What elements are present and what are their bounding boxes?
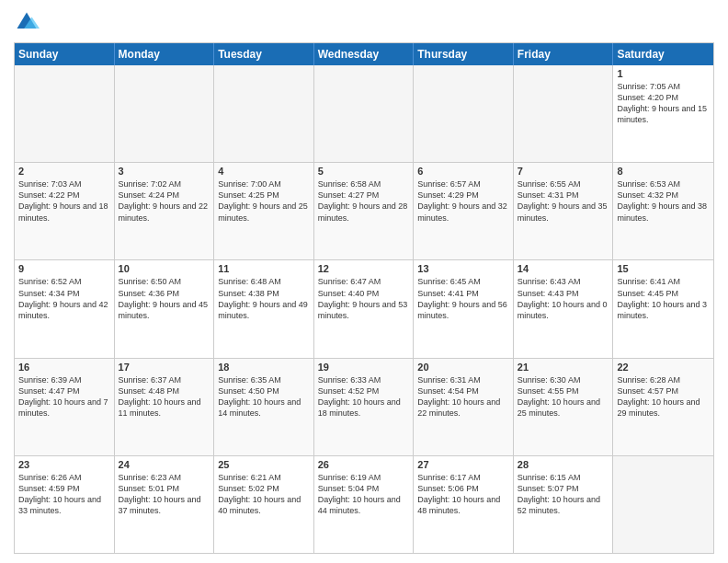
day-info: Sunrise: 6:45 AM Sunset: 4:41 PM Dayligh… xyxy=(417,276,509,321)
day-info: Sunrise: 6:23 AM Sunset: 5:01 PM Dayligh… xyxy=(119,472,210,517)
empty-day-cell xyxy=(613,456,713,553)
day-info: Sunrise: 7:00 AM Sunset: 4:25 PM Dayligh… xyxy=(218,178,310,224)
page: SundayMondayTuesdayWednesdayThursdayFrid… xyxy=(0,0,728,563)
day-info: Sunrise: 6:26 AM Sunset: 4:59 PM Dayligh… xyxy=(18,472,110,517)
day-number: 22 xyxy=(617,362,710,373)
day-cell: 4Sunrise: 7:00 AM Sunset: 4:25 PM Daylig… xyxy=(214,163,314,259)
day-info: Sunrise: 7:03 AM Sunset: 4:22 PM Dayligh… xyxy=(18,178,110,224)
day-cell: 10Sunrise: 6:50 AM Sunset: 4:36 PM Dayli… xyxy=(115,260,215,357)
day-cell: 9Sunrise: 6:52 AM Sunset: 4:34 PM Daylig… xyxy=(15,260,115,357)
day-info: Sunrise: 6:15 AM Sunset: 5:07 PM Dayligh… xyxy=(518,472,609,517)
day-number: 5 xyxy=(318,166,410,177)
day-info: Sunrise: 6:41 AM Sunset: 4:45 PM Dayligh… xyxy=(617,276,710,321)
day-number: 18 xyxy=(218,362,310,373)
week-row: 9Sunrise: 6:52 AM Sunset: 4:34 PM Daylig… xyxy=(15,260,713,358)
day-number: 13 xyxy=(417,263,509,274)
day-cell: 20Sunrise: 6:31 AM Sunset: 4:54 PM Dayli… xyxy=(414,359,514,455)
day-number: 23 xyxy=(18,459,110,470)
empty-day-cell xyxy=(514,65,614,162)
day-cell: 26Sunrise: 6:19 AM Sunset: 5:04 PM Dayli… xyxy=(314,456,415,553)
day-cell: 13Sunrise: 6:45 AM Sunset: 4:41 PM Dayli… xyxy=(414,260,514,357)
day-cell: 6Sunrise: 6:57 AM Sunset: 4:29 PM Daylig… xyxy=(414,163,514,259)
day-info: Sunrise: 6:55 AM Sunset: 4:31 PM Dayligh… xyxy=(518,178,609,224)
day-info: Sunrise: 6:48 AM Sunset: 4:38 PM Dayligh… xyxy=(218,276,310,321)
logo xyxy=(14,9,43,35)
week-row: 1Sunrise: 7:05 AM Sunset: 4:20 PM Daylig… xyxy=(15,65,713,163)
day-number: 3 xyxy=(119,166,210,177)
day-number: 21 xyxy=(518,362,609,373)
day-number: 14 xyxy=(518,263,609,274)
day-cell: 1Sunrise: 7:05 AM Sunset: 4:20 PM Daylig… xyxy=(613,65,713,162)
day-info: Sunrise: 6:33 AM Sunset: 4:52 PM Dayligh… xyxy=(318,374,410,419)
day-info: Sunrise: 6:17 AM Sunset: 5:06 PM Dayligh… xyxy=(417,472,509,517)
weeks: 1Sunrise: 7:05 AM Sunset: 4:20 PM Daylig… xyxy=(15,65,713,553)
day-number: 25 xyxy=(218,459,310,470)
day-cell: 22Sunrise: 6:28 AM Sunset: 4:57 PM Dayli… xyxy=(613,359,713,455)
day-cell: 8Sunrise: 6:53 AM Sunset: 4:32 PM Daylig… xyxy=(613,163,713,259)
week-row: 16Sunrise: 6:39 AM Sunset: 4:47 PM Dayli… xyxy=(15,359,713,456)
day-number: 16 xyxy=(18,362,110,373)
day-info: Sunrise: 6:53 AM Sunset: 4:32 PM Dayligh… xyxy=(617,178,710,224)
day-number: 11 xyxy=(218,263,310,274)
day-info: Sunrise: 6:57 AM Sunset: 4:29 PM Dayligh… xyxy=(417,178,509,224)
day-cell: 7Sunrise: 6:55 AM Sunset: 4:31 PM Daylig… xyxy=(514,163,614,259)
day-cell: 3Sunrise: 7:02 AM Sunset: 4:24 PM Daylig… xyxy=(115,163,215,259)
day-info: Sunrise: 6:30 AM Sunset: 4:55 PM Dayligh… xyxy=(518,374,609,419)
day-info: Sunrise: 6:21 AM Sunset: 5:02 PM Dayligh… xyxy=(218,472,310,517)
day-header: Thursday xyxy=(414,43,514,65)
day-number: 15 xyxy=(617,263,710,274)
header xyxy=(14,9,714,35)
day-number: 7 xyxy=(518,166,609,177)
day-cell: 28Sunrise: 6:15 AM Sunset: 5:07 PM Dayli… xyxy=(514,456,614,553)
day-number: 19 xyxy=(318,362,410,373)
day-number: 26 xyxy=(318,459,410,470)
day-number: 24 xyxy=(119,459,210,470)
day-info: Sunrise: 6:19 AM Sunset: 5:04 PM Dayligh… xyxy=(318,472,410,517)
empty-day-cell xyxy=(414,65,514,162)
day-cell: 17Sunrise: 6:37 AM Sunset: 4:48 PM Dayli… xyxy=(115,359,215,455)
day-number: 6 xyxy=(417,166,509,177)
day-cell: 14Sunrise: 6:43 AM Sunset: 4:43 PM Dayli… xyxy=(514,260,614,357)
day-cell: 19Sunrise: 6:33 AM Sunset: 4:52 PM Dayli… xyxy=(314,359,415,455)
empty-day-cell xyxy=(214,65,314,162)
day-number: 10 xyxy=(119,263,210,274)
day-cell: 25Sunrise: 6:21 AM Sunset: 5:02 PM Dayli… xyxy=(214,456,314,553)
day-info: Sunrise: 6:58 AM Sunset: 4:27 PM Dayligh… xyxy=(318,178,410,224)
day-number: 2 xyxy=(18,166,110,177)
day-info: Sunrise: 6:47 AM Sunset: 4:40 PM Dayligh… xyxy=(318,276,410,321)
day-info: Sunrise: 6:43 AM Sunset: 4:43 PM Dayligh… xyxy=(518,276,609,321)
day-cell: 16Sunrise: 6:39 AM Sunset: 4:47 PM Dayli… xyxy=(15,359,115,455)
day-cell: 23Sunrise: 6:26 AM Sunset: 4:59 PM Dayli… xyxy=(15,456,115,553)
day-number: 9 xyxy=(18,263,110,274)
day-info: Sunrise: 6:50 AM Sunset: 4:36 PM Dayligh… xyxy=(119,276,210,321)
day-header: Sunday xyxy=(15,43,115,65)
day-number: 1 xyxy=(617,68,710,79)
day-header: Friday xyxy=(514,43,614,65)
day-cell: 12Sunrise: 6:47 AM Sunset: 4:40 PM Dayli… xyxy=(314,260,415,357)
day-header: Monday xyxy=(115,43,215,65)
day-cell: 18Sunrise: 6:35 AM Sunset: 4:50 PM Dayli… xyxy=(214,359,314,455)
day-cell: 15Sunrise: 6:41 AM Sunset: 4:45 PM Dayli… xyxy=(613,260,713,357)
day-cell: 11Sunrise: 6:48 AM Sunset: 4:38 PM Dayli… xyxy=(214,260,314,357)
day-cell: 24Sunrise: 6:23 AM Sunset: 5:01 PM Dayli… xyxy=(115,456,215,553)
empty-day-cell xyxy=(314,65,415,162)
day-number: 20 xyxy=(417,362,509,373)
day-cell: 27Sunrise: 6:17 AM Sunset: 5:06 PM Dayli… xyxy=(414,456,514,553)
empty-day-cell xyxy=(15,65,115,162)
day-info: Sunrise: 6:52 AM Sunset: 4:34 PM Dayligh… xyxy=(18,276,110,321)
day-info: Sunrise: 7:05 AM Sunset: 4:20 PM Dayligh… xyxy=(617,81,710,126)
day-info: Sunrise: 6:28 AM Sunset: 4:57 PM Dayligh… xyxy=(617,374,710,419)
day-info: Sunrise: 6:37 AM Sunset: 4:48 PM Dayligh… xyxy=(119,374,210,419)
day-headers: SundayMondayTuesdayWednesdayThursdayFrid… xyxy=(15,43,713,65)
day-info: Sunrise: 6:39 AM Sunset: 4:47 PM Dayligh… xyxy=(18,374,110,419)
day-header: Wednesday xyxy=(314,43,415,65)
day-info: Sunrise: 7:02 AM Sunset: 4:24 PM Dayligh… xyxy=(119,178,210,224)
day-cell: 5Sunrise: 6:58 AM Sunset: 4:27 PM Daylig… xyxy=(314,163,415,259)
day-cell: 21Sunrise: 6:30 AM Sunset: 4:55 PM Dayli… xyxy=(514,359,614,455)
day-number: 17 xyxy=(119,362,210,373)
day-header: Saturday xyxy=(613,43,713,65)
day-info: Sunrise: 6:31 AM Sunset: 4:54 PM Dayligh… xyxy=(417,374,509,419)
day-info: Sunrise: 6:35 AM Sunset: 4:50 PM Dayligh… xyxy=(218,374,310,419)
calendar: SundayMondayTuesdayWednesdayThursdayFrid… xyxy=(14,42,714,554)
logo-icon xyxy=(14,9,40,35)
